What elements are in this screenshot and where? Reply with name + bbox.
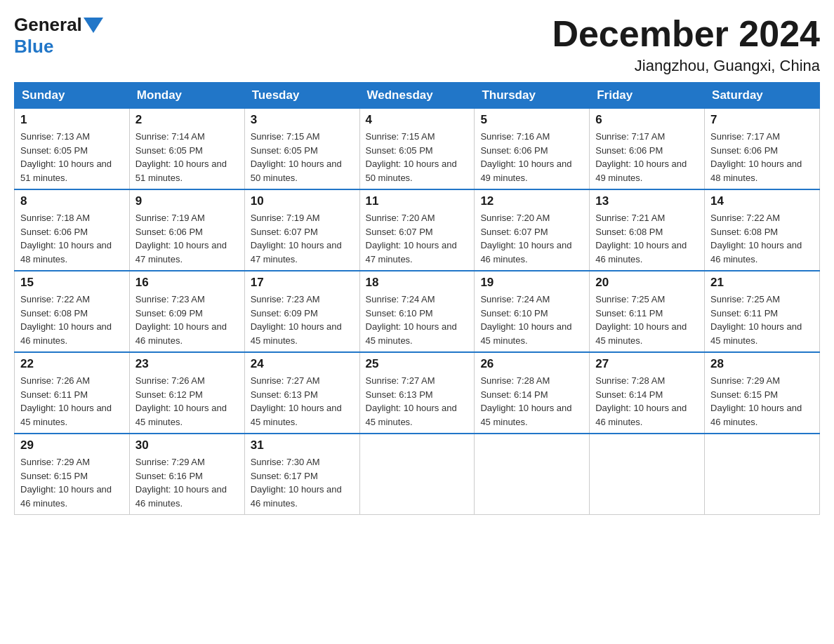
day-number: 10: [251, 194, 354, 208]
table-row: 18Sunrise: 7:24 AMSunset: 6:10 PMDayligh…: [359, 271, 475, 352]
table-row: 29Sunrise: 7:29 AMSunset: 6:15 PMDayligh…: [15, 434, 130, 515]
table-row: 21Sunrise: 7:25 AMSunset: 6:11 PMDayligh…: [705, 271, 820, 352]
col-thursday: Thursday: [475, 83, 590, 109]
day-info: Sunrise: 7:17 AMSunset: 6:06 PMDaylight:…: [710, 130, 814, 185]
day-info: Sunrise: 7:26 AMSunset: 6:11 PMDaylight:…: [20, 374, 124, 429]
table-row: [359, 434, 475, 515]
day-info: Sunrise: 7:24 AMSunset: 6:10 PMDaylight:…: [480, 293, 583, 347]
day-number: 7: [710, 113, 814, 127]
day-info: Sunrise: 7:27 AMSunset: 6:13 PMDaylight:…: [366, 374, 469, 429]
table-row: 25Sunrise: 7:27 AMSunset: 6:13 PMDayligh…: [359, 352, 475, 434]
table-row: 4Sunrise: 7:15 AMSunset: 6:05 PMDaylight…: [359, 109, 475, 190]
day-info: Sunrise: 7:23 AMSunset: 6:09 PMDaylight:…: [251, 293, 354, 347]
col-monday: Monday: [129, 83, 244, 109]
table-row: 15Sunrise: 7:22 AMSunset: 6:08 PMDayligh…: [15, 271, 130, 352]
table-row: 30Sunrise: 7:29 AMSunset: 6:16 PMDayligh…: [129, 434, 244, 515]
day-number: 25: [366, 357, 469, 371]
day-info: Sunrise: 7:17 AMSunset: 6:06 PMDaylight:…: [595, 130, 699, 185]
day-number: 31: [251, 438, 354, 452]
day-number: 3: [251, 113, 354, 127]
table-row: 26Sunrise: 7:28 AMSunset: 6:14 PMDayligh…: [475, 352, 590, 434]
day-info: Sunrise: 7:29 AMSunset: 6:15 PMDaylight:…: [20, 455, 124, 510]
table-row: [475, 434, 590, 515]
day-number: 9: [135, 194, 239, 208]
day-number: 12: [480, 194, 583, 208]
day-number: 19: [480, 276, 583, 290]
day-info: Sunrise: 7:26 AMSunset: 6:12 PMDaylight:…: [135, 374, 239, 429]
day-number: 15: [20, 276, 124, 290]
table-row: 10Sunrise: 7:19 AMSunset: 6:07 PMDayligh…: [244, 189, 359, 271]
day-number: 13: [595, 194, 699, 208]
day-number: 1: [20, 113, 124, 127]
table-row: 13Sunrise: 7:21 AMSunset: 6:08 PMDayligh…: [590, 189, 705, 271]
day-number: 5: [480, 113, 583, 127]
calendar-week-row: 8Sunrise: 7:18 AMSunset: 6:06 PMDaylight…: [15, 189, 820, 271]
day-number: 27: [595, 357, 699, 371]
table-row: 11Sunrise: 7:20 AMSunset: 6:07 PMDayligh…: [359, 189, 475, 271]
day-info: Sunrise: 7:28 AMSunset: 6:14 PMDaylight:…: [595, 374, 699, 429]
day-info: Sunrise: 7:21 AMSunset: 6:08 PMDaylight:…: [595, 211, 699, 266]
day-number: 26: [480, 357, 583, 371]
table-row: 31Sunrise: 7:30 AMSunset: 6:17 PMDayligh…: [244, 434, 359, 515]
table-row: 27Sunrise: 7:28 AMSunset: 6:14 PMDayligh…: [590, 352, 705, 434]
table-row: 19Sunrise: 7:24 AMSunset: 6:10 PMDayligh…: [475, 271, 590, 352]
day-number: 30: [135, 438, 239, 452]
month-title: December 2024: [552, 14, 820, 54]
day-info: Sunrise: 7:14 AMSunset: 6:05 PMDaylight:…: [135, 130, 239, 185]
day-number: 2: [135, 113, 239, 127]
table-row: 17Sunrise: 7:23 AMSunset: 6:09 PMDayligh…: [244, 271, 359, 352]
day-info: Sunrise: 7:16 AMSunset: 6:06 PMDaylight:…: [480, 130, 583, 185]
calendar-week-row: 22Sunrise: 7:26 AMSunset: 6:11 PMDayligh…: [15, 352, 820, 434]
day-number: 14: [710, 194, 814, 208]
day-number: 8: [20, 194, 124, 208]
day-number: 23: [135, 357, 239, 371]
calendar-week-row: 29Sunrise: 7:29 AMSunset: 6:15 PMDayligh…: [15, 434, 820, 515]
day-number: 18: [366, 276, 469, 290]
day-info: Sunrise: 7:22 AMSunset: 6:08 PMDaylight:…: [20, 293, 124, 347]
day-info: Sunrise: 7:24 AMSunset: 6:10 PMDaylight:…: [366, 293, 469, 347]
day-number: 21: [710, 276, 814, 290]
day-info: Sunrise: 7:22 AMSunset: 6:08 PMDaylight:…: [710, 211, 814, 266]
table-row: 23Sunrise: 7:26 AMSunset: 6:12 PMDayligh…: [129, 352, 244, 434]
table-row: 7Sunrise: 7:17 AMSunset: 6:06 PMDaylight…: [705, 109, 820, 190]
day-info: Sunrise: 7:20 AMSunset: 6:07 PMDaylight:…: [366, 211, 469, 266]
table-row: 2Sunrise: 7:14 AMSunset: 6:05 PMDaylight…: [129, 109, 244, 190]
table-row: 6Sunrise: 7:17 AMSunset: 6:06 PMDaylight…: [590, 109, 705, 190]
day-info: Sunrise: 7:25 AMSunset: 6:11 PMDaylight:…: [710, 293, 814, 347]
table-row: 16Sunrise: 7:23 AMSunset: 6:09 PMDayligh…: [129, 271, 244, 352]
calendar-table: Sunday Monday Tuesday Wednesday Thursday…: [14, 82, 820, 515]
day-info: Sunrise: 7:19 AMSunset: 6:06 PMDaylight:…: [135, 211, 239, 266]
title-area: December 2024 Jiangzhou, Guangxi, China: [552, 14, 820, 75]
table-row: 22Sunrise: 7:26 AMSunset: 6:11 PMDayligh…: [15, 352, 130, 434]
col-wednesday: Wednesday: [359, 83, 475, 109]
table-row: 28Sunrise: 7:29 AMSunset: 6:15 PMDayligh…: [705, 352, 820, 434]
day-info: Sunrise: 7:29 AMSunset: 6:15 PMDaylight:…: [710, 374, 814, 429]
day-number: 29: [20, 438, 124, 452]
logo: General Blue: [14, 14, 105, 58]
table-row: [590, 434, 705, 515]
logo-general-text: General: [14, 14, 82, 36]
location: Jiangzhou, Guangxi, China: [552, 57, 820, 75]
day-number: 28: [710, 357, 814, 371]
day-info: Sunrise: 7:13 AMSunset: 6:05 PMDaylight:…: [20, 130, 124, 185]
day-info: Sunrise: 7:23 AMSunset: 6:09 PMDaylight:…: [135, 293, 239, 347]
table-row: 8Sunrise: 7:18 AMSunset: 6:06 PMDaylight…: [15, 189, 130, 271]
table-row: 14Sunrise: 7:22 AMSunset: 6:08 PMDayligh…: [705, 189, 820, 271]
day-number: 6: [595, 113, 699, 127]
day-number: 22: [20, 357, 124, 371]
calendar-week-row: 15Sunrise: 7:22 AMSunset: 6:08 PMDayligh…: [15, 271, 820, 352]
table-row: 5Sunrise: 7:16 AMSunset: 6:06 PMDaylight…: [475, 109, 590, 190]
day-info: Sunrise: 7:27 AMSunset: 6:13 PMDaylight:…: [251, 374, 354, 429]
col-tuesday: Tuesday: [244, 83, 359, 109]
day-info: Sunrise: 7:29 AMSunset: 6:16 PMDaylight:…: [135, 455, 239, 510]
table-row: 9Sunrise: 7:19 AMSunset: 6:06 PMDaylight…: [129, 189, 244, 271]
day-info: Sunrise: 7:25 AMSunset: 6:11 PMDaylight:…: [595, 293, 699, 347]
calendar-header-row: Sunday Monday Tuesday Wednesday Thursday…: [15, 83, 820, 109]
day-number: 11: [366, 194, 469, 208]
page-header: General Blue December 2024 Jiangzhou, Gu…: [14, 14, 820, 75]
table-row: 24Sunrise: 7:27 AMSunset: 6:13 PMDayligh…: [244, 352, 359, 434]
day-info: Sunrise: 7:20 AMSunset: 6:07 PMDaylight:…: [480, 211, 583, 266]
table-row: 12Sunrise: 7:20 AMSunset: 6:07 PMDayligh…: [475, 189, 590, 271]
table-row: 3Sunrise: 7:15 AMSunset: 6:05 PMDaylight…: [244, 109, 359, 190]
day-number: 24: [251, 357, 354, 371]
